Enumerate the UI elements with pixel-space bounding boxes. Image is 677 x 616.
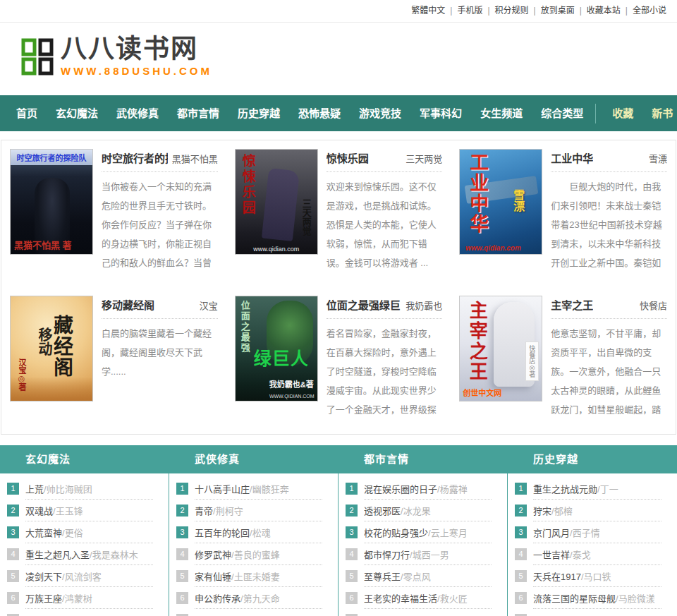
book-title-link[interactable]: 惊悚乐园 bbox=[327, 150, 369, 165]
book-link[interactable]: 青帝 bbox=[195, 504, 213, 517]
book-link[interactable]: 王老实的幸福生活 bbox=[364, 591, 437, 605]
book-link[interactable]: 修罗武神 bbox=[195, 548, 231, 561]
author-link[interactable]: 幽骸狂奔 bbox=[250, 482, 289, 495]
book-cover[interactable]: 位面之最强 绿巨人 我奶霸也&著 WWW.QIDIAN.COM bbox=[235, 296, 318, 401]
nav-fantasy[interactable]: 玄幻魔法 bbox=[47, 95, 107, 131]
book-link[interactable]: 傲世神皇 bbox=[364, 613, 401, 616]
nav-horror[interactable]: 恐怖悬疑 bbox=[289, 95, 350, 131]
author-link[interactable]: 城西一男 bbox=[410, 548, 449, 561]
book-author-link[interactable]: 黑猫不怕黑 bbox=[172, 152, 218, 165]
nav-new-books[interactable]: 新书 bbox=[642, 95, 677, 131]
topbar-link-bookmark[interactable]: 收藏本站 bbox=[587, 6, 621, 16]
author-link[interactable]: 土匪未婚妻 bbox=[231, 569, 280, 583]
book-link[interactable]: 重生之超凡入圣 bbox=[25, 548, 90, 561]
book-title-link[interactable]: 主宰之王 bbox=[551, 297, 593, 312]
author-link[interactable]: 零点风 bbox=[401, 569, 431, 583]
book-title-link[interactable]: 工业中华 bbox=[551, 150, 593, 165]
nav-history[interactable]: 历史穿越 bbox=[228, 95, 289, 131]
nav-wuxia[interactable]: 武侠修真 bbox=[107, 95, 168, 131]
book-link[interactable]: 都市悍刀行 bbox=[364, 548, 410, 561]
book-author-link[interactable]: 快餐店 bbox=[640, 298, 667, 312]
author-link[interactable]: 荆柯守 bbox=[213, 504, 243, 517]
site-logo[interactable]: 八八读书网 WWW.88DUSHU.COM bbox=[20, 35, 212, 78]
author-link[interactable]: 帅比海贼团 bbox=[44, 482, 92, 495]
nav-home[interactable]: 首页 bbox=[7, 95, 47, 131]
list-item: 4 重生之超凡入圣我是森林木 bbox=[7, 543, 153, 565]
book-cover[interactable]: 主宰之王 快餐店◎著 创世中文网 bbox=[459, 296, 542, 401]
author-link[interactable]: 杨露禅 bbox=[437, 482, 468, 495]
author-link[interactable]: 月关 bbox=[561, 613, 582, 616]
book-link[interactable]: 十八高手山庄 bbox=[195, 482, 250, 495]
author-link[interactable]: 鸿蒙树 bbox=[62, 591, 92, 605]
category-link[interactable]: 历史穿越 bbox=[508, 453, 578, 465]
topbar-link-points[interactable]: 积分规则 bbox=[495, 6, 529, 16]
author-link[interactable]: 龍光牙 bbox=[99, 613, 129, 616]
author-link[interactable]: 风流剑客 bbox=[62, 569, 102, 583]
book-link[interactable]: 上荒 bbox=[25, 482, 44, 495]
book-cover[interactable]: 工业中华 雪漂 www.qidian.com bbox=[459, 149, 542, 255]
nav-military[interactable]: 军事科幻 bbox=[410, 95, 471, 131]
book-link[interactable]: 双魂战 bbox=[25, 504, 53, 517]
author-link[interactable]: 我是森林木 bbox=[90, 548, 138, 561]
book-link[interactable]: 透视邪医 bbox=[364, 504, 401, 517]
book-link[interactable]: 大荒蛮神 bbox=[25, 526, 62, 539]
author-link[interactable]: 王玉锋 bbox=[53, 504, 83, 517]
book-link[interactable]: 夜天子 bbox=[533, 613, 561, 616]
book-cover[interactable]: 藏经阁 移动 汉宝◎著 bbox=[10, 296, 93, 401]
book-link[interactable]: 异界公主攻略手册 bbox=[25, 613, 99, 616]
book-author-link[interactable]: 我奶霸也 bbox=[405, 298, 442, 312]
book-link[interactable]: 万族王座 bbox=[25, 591, 62, 605]
nav-urban[interactable]: 都市言情 bbox=[168, 95, 228, 131]
topbar-link-mobile[interactable]: 手机版 bbox=[457, 6, 482, 16]
author-link[interactable]: 巨火 bbox=[213, 613, 234, 616]
nav-misc[interactable]: 综合类型 bbox=[532, 95, 592, 131]
book-link[interactable]: 流落三国的星际母舰 bbox=[533, 591, 616, 605]
book-link[interactable]: 混在娱乐圈的日子 bbox=[364, 482, 437, 495]
book-link[interactable]: 凌剑天下 bbox=[25, 569, 62, 583]
topbar-link-traditional[interactable]: 繁體中文 bbox=[411, 6, 445, 16]
nav-game[interactable]: 游戏竞技 bbox=[350, 95, 410, 131]
book-title-link[interactable]: 时空旅行者的探 bbox=[102, 150, 168, 165]
topbar-link-desktop[interactable]: 放到桌面 bbox=[541, 6, 575, 16]
author-link[interactable]: 善良的蜜蜂 bbox=[231, 548, 280, 561]
book-description: 他意志坚韧，不甘平庸，却资质平平，出自卑微的支族。一次意外，他融合一只太古神灵的… bbox=[551, 324, 667, 421]
book-link[interactable]: 京门风月 bbox=[533, 526, 570, 539]
book-cover[interactable]: 时空旅行者的探险队 黑猫不怕黑 著 bbox=[10, 149, 93, 255]
author-link[interactable]: 云上寒月 bbox=[428, 526, 468, 539]
book-link[interactable]: 五百年的轮回 bbox=[195, 526, 250, 539]
author-link[interactable]: 更俗 bbox=[62, 526, 83, 539]
author-link[interactable]: 冰龙果 bbox=[401, 504, 431, 517]
category-link[interactable]: 玄幻魔法 bbox=[0, 453, 71, 465]
book-link[interactable]: 天兵在1917 bbox=[533, 569, 581, 583]
author-link[interactable]: 第九天命 bbox=[240, 591, 280, 605]
author-link[interactable]: 马脸微漾 bbox=[616, 591, 655, 605]
author-link[interactable]: 西子情 bbox=[570, 526, 600, 539]
book-title-link[interactable]: 位面之最强绿巨 bbox=[327, 297, 401, 312]
category-book-list: 1 重生之抗战元勋丁一 2 狩宋郁榕 3 京门风月西子情 4 一世吉祥泰戈 bbox=[508, 473, 677, 616]
book-author-link[interactable]: 雪漂 bbox=[649, 152, 667, 165]
nav-favorites[interactable]: 收藏 bbox=[603, 95, 642, 131]
author-link[interactable]: 松魂 bbox=[250, 526, 271, 539]
book-cover[interactable]: 惊悚乐园 三天两觉 www.qidian.com bbox=[235, 149, 318, 255]
book-link[interactable]: 狩宋 bbox=[533, 504, 551, 517]
book-link[interactable]: 至尊兵王 bbox=[364, 569, 401, 583]
category-link[interactable]: 都市言情 bbox=[338, 453, 409, 465]
book-link[interactable]: 家有仙锤 bbox=[195, 569, 231, 583]
nav-female[interactable]: 女生频道 bbox=[471, 95, 532, 131]
book-link[interactable]: 申公豹传承 bbox=[195, 591, 240, 605]
book-title-link[interactable]: 移动藏经阁 bbox=[102, 297, 154, 312]
book-link[interactable]: 一世吉祥 bbox=[533, 548, 570, 561]
book-author-link[interactable]: 汉宝 bbox=[200, 298, 218, 312]
category-link[interactable]: 武侠修真 bbox=[169, 453, 240, 465]
book-link[interactable]: 仙赏 bbox=[195, 613, 213, 616]
author-link[interactable]: 天羽山庄1 bbox=[401, 613, 445, 616]
book-author-link[interactable]: 三天两觉 bbox=[405, 152, 442, 165]
book-link[interactable]: 校花的贴身强少 bbox=[364, 526, 428, 539]
author-link[interactable]: 马口铁 bbox=[581, 569, 611, 583]
book-link[interactable]: 重生之抗战元勋 bbox=[533, 482, 597, 495]
author-link[interactable]: 救火匠 bbox=[437, 591, 468, 605]
author-link[interactable]: 郁榕 bbox=[551, 504, 573, 517]
author-link[interactable]: 丁一 bbox=[597, 482, 618, 495]
topbar-link-all-novels[interactable]: 全部小说 bbox=[633, 6, 666, 16]
author-link[interactable]: 泰戈 bbox=[570, 548, 591, 561]
